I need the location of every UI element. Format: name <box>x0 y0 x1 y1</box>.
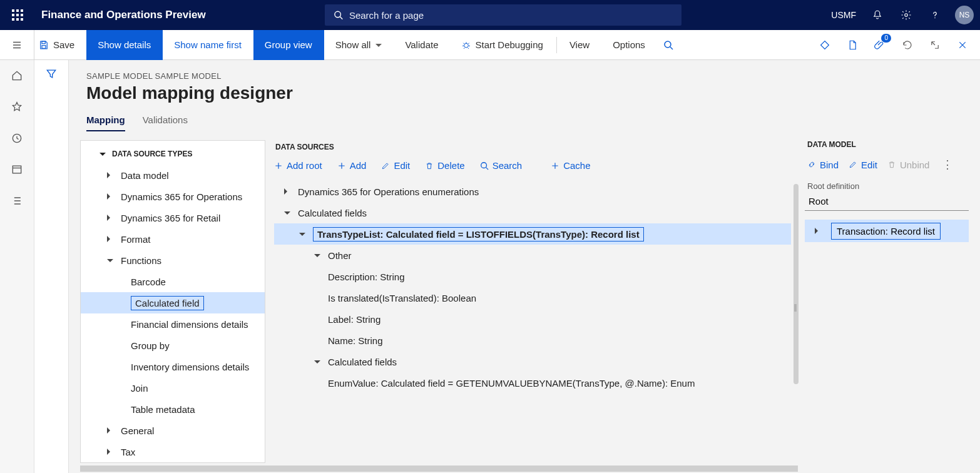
svg-point-2 <box>905 14 908 17</box>
page-tabs: Mapping Validations <box>69 108 980 131</box>
action-bar-right: 0 <box>812 30 975 60</box>
sources-scrollbar[interactable] <box>794 184 799 384</box>
search-icon <box>480 161 489 170</box>
type-format[interactable]: Format <box>81 228 265 250</box>
hamburger-button[interactable] <box>0 30 34 60</box>
filter-button[interactable] <box>45 68 58 473</box>
popout-icon <box>929 39 941 51</box>
save-button[interactable]: Save <box>34 30 86 60</box>
gear-icon <box>901 9 912 21</box>
type-general[interactable]: General <box>81 420 265 441</box>
ds-name[interactable]: Name: String <box>274 330 791 351</box>
options-button[interactable]: Options <box>601 30 657 60</box>
type-table-metadata[interactable]: Table metadata <box>81 399 265 420</box>
type-tax[interactable]: Tax <box>81 441 265 462</box>
nav-home[interactable] <box>5 65 29 86</box>
model-edit-button[interactable]: Edit <box>849 160 877 170</box>
office-button[interactable] <box>840 33 865 58</box>
type-data-model[interactable]: Data model <box>81 165 265 186</box>
top-header: Finance and Operations Preview USMF NS <box>0 0 980 30</box>
breadcrumb: SAMPLE MODEL SAMPLE MODEL <box>86 71 962 81</box>
plus-icon <box>551 161 559 170</box>
ds-transtype-list[interactable]: TransTypeList: Calculated field = LISTOF… <box>274 223 791 245</box>
settings-button[interactable] <box>894 3 919 28</box>
add-root-button[interactable]: Add root <box>274 160 322 171</box>
search-input[interactable] <box>349 10 673 21</box>
data-source-types-panel: DATA SOURCE TYPES Data model Dynamics 36… <box>80 140 265 463</box>
group-view-button[interactable]: Group view <box>253 30 324 60</box>
popout-button[interactable] <box>922 33 947 58</box>
start-debugging-button[interactable]: Start Debugging <box>450 30 554 60</box>
type-calculated-field[interactable]: Calculated field <box>81 292 265 313</box>
scrollbar-thumb[interactable] <box>80 465 798 472</box>
nav-recent[interactable] <box>5 128 29 149</box>
nav-favorites[interactable] <box>5 96 29 118</box>
save-icon <box>38 39 49 51</box>
link-button[interactable] <box>812 33 837 58</box>
close-button[interactable] <box>950 33 975 58</box>
type-financial-dimensions[interactable]: Financial dimensions details <box>81 313 265 335</box>
svg-rect-5 <box>42 45 46 48</box>
splitter-handle[interactable]: ‖ <box>794 303 799 312</box>
search-icon <box>334 10 343 20</box>
ds-calc-fields[interactable]: Calculated fields <box>274 202 791 223</box>
svg-point-12 <box>481 162 486 168</box>
tab-mapping[interactable]: Mapping <box>86 114 125 131</box>
nav-modules[interactable] <box>5 190 29 211</box>
ds-calc-fields-inner[interactable]: Calculated fields <box>274 351 791 372</box>
refresh-button[interactable] <box>895 33 920 58</box>
edit-button[interactable]: Edit <box>381 160 410 171</box>
body: SAMPLE MODEL SAMPLE MODEL Model mapping … <box>0 60 980 473</box>
help-button[interactable] <box>922 3 947 28</box>
cache-button[interactable]: Cache <box>551 160 590 171</box>
show-details-button[interactable]: Show details <box>86 30 163 60</box>
unbind-button[interactable]: Unbind <box>887 160 930 170</box>
type-inventory-dimensions[interactable]: Inventory dimensions details <box>81 356 265 377</box>
nav-workspaces[interactable] <box>5 159 29 180</box>
ds-enum-value[interactable]: EnumValue: Calculated field = GETENUMVAL… <box>274 372 791 394</box>
bottom-scrollbar[interactable] <box>80 465 977 472</box>
type-join[interactable]: Join <box>81 377 265 399</box>
help-icon <box>929 9 941 21</box>
header-right: USMF NS <box>826 3 974 28</box>
action-search-button[interactable] <box>657 30 680 60</box>
ds-label[interactable]: Label: String <box>274 308 791 330</box>
show-all-dropdown[interactable]: Show all <box>324 30 394 60</box>
star-icon <box>11 101 23 113</box>
tab-validations[interactable]: Validations <box>143 114 188 131</box>
type-d365-ops[interactable]: Dynamics 365 for Operations <box>81 186 265 207</box>
model-more-button[interactable]: ⋮ <box>942 158 953 171</box>
svg-point-3 <box>934 18 936 19</box>
notifications-button[interactable] <box>865 3 890 28</box>
model-toolbar: Bind Edit Unbind ⋮ <box>805 155 969 178</box>
user-avatar[interactable]: NS <box>955 6 974 24</box>
app-launcher-button[interactable] <box>6 4 29 26</box>
separator <box>556 37 557 53</box>
delete-button[interactable]: Delete <box>425 160 464 171</box>
search-box[interactable] <box>325 4 681 26</box>
view-button[interactable]: View <box>558 30 601 60</box>
type-d365-retail[interactable]: Dynamics 365 for Retail <box>81 207 265 228</box>
add-button[interactable]: Add <box>337 160 367 171</box>
type-functions[interactable]: Functions <box>81 250 265 271</box>
ds-description[interactable]: Description: String <box>274 266 791 287</box>
model-item-transaction[interactable]: Transaction: Record list <box>805 220 969 242</box>
ds-d365-enum[interactable]: Dynamics 365 for Operations enumerations <box>274 181 791 202</box>
search-icon <box>663 40 673 50</box>
validate-button[interactable]: Validate <box>394 30 450 60</box>
company-picker[interactable]: USMF <box>826 10 861 20</box>
sources-toolbar: Add root Add Edit Delete <box>274 160 791 177</box>
link-icon <box>807 160 816 169</box>
type-barcode[interactable]: Barcode <box>81 271 265 292</box>
attachments-button[interactable]: 0 <box>867 33 892 58</box>
bind-button[interactable]: Bind <box>807 160 839 170</box>
types-panel-title[interactable]: DATA SOURCE TYPES <box>81 141 265 165</box>
show-name-first-button[interactable]: Show name first <box>163 30 253 60</box>
root-definition-field[interactable]: Root <box>805 193 969 211</box>
ds-is-translated[interactable]: Is translated(IsTranslated): Boolean <box>274 287 791 308</box>
ds-other[interactable]: Other <box>274 245 791 266</box>
type-group-by[interactable]: Group by <box>81 335 265 356</box>
main-content: SAMPLE MODEL SAMPLE MODEL Model mapping … <box>69 60 980 473</box>
close-icon <box>957 40 967 50</box>
ds-search-button[interactable]: Search <box>480 160 523 171</box>
